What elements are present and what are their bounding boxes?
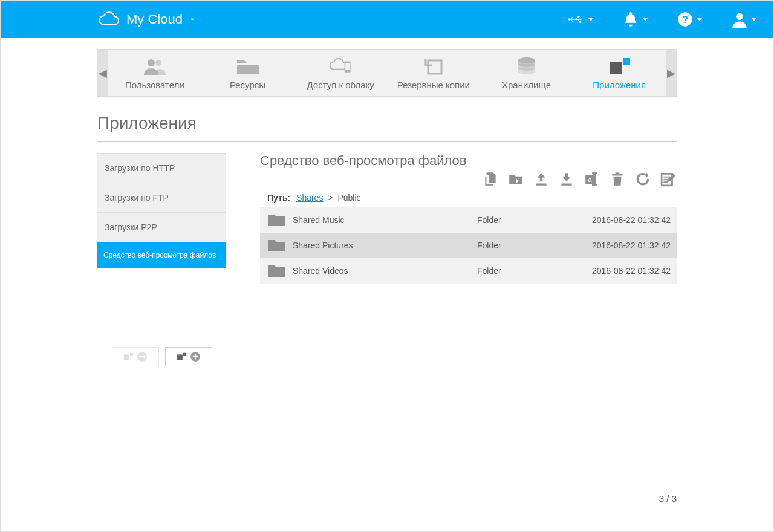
sidebar-item-label: Загрузки P2P xyxy=(105,222,157,232)
file-row[interactable]: Shared Videos Folder 2016-08-22 01:32:42 xyxy=(260,258,677,284)
cloud-device-icon xyxy=(328,57,353,75)
content: Загрузки по HTTP Загрузки по FTP Загрузк… xyxy=(97,153,677,366)
file-type: Folder xyxy=(477,215,574,225)
bell-icon xyxy=(622,11,639,28)
notifications-menu[interactable] xyxy=(622,11,648,28)
user-menu[interactable] xyxy=(731,11,756,28)
tab-resources[interactable]: Ресурсы xyxy=(201,50,294,96)
tab-backup[interactable]: Резервные копии xyxy=(387,50,480,96)
upload-icon xyxy=(533,171,550,187)
svg-rect-14 xyxy=(123,354,129,360)
sidebar-item-label: Загрузки по FTP xyxy=(105,193,169,203)
file-name: Shared Videos xyxy=(293,266,477,276)
svg-rect-13 xyxy=(623,58,630,65)
brand-text: My Cloud xyxy=(126,11,183,27)
svg-rect-26 xyxy=(592,184,597,186)
file-row[interactable]: Shared Music Folder 2016-08-22 01:32:42 xyxy=(260,207,677,233)
tab-storage[interactable]: Хранилище xyxy=(480,50,573,96)
chevron-down-icon xyxy=(643,18,648,21)
trademark-icon: ™ xyxy=(189,16,195,23)
svg-point-0 xyxy=(568,18,571,21)
apps-small-icon xyxy=(123,351,134,362)
svg-text:?: ? xyxy=(682,14,688,25)
chevron-down-icon xyxy=(752,18,756,21)
sidebar: Загрузки по HTTP Загрузки по FTP Загрузк… xyxy=(97,153,226,366)
edit-button[interactable] xyxy=(660,171,677,187)
user-icon xyxy=(731,11,748,28)
svg-text:a: a xyxy=(588,176,593,183)
download-button[interactable] xyxy=(558,171,575,187)
tab-cloud-access[interactable]: Доступ к облаку xyxy=(294,50,387,96)
add-app-button[interactable] xyxy=(165,347,212,366)
item-count: 3 / 3 xyxy=(1,493,677,504)
usb-menu[interactable] xyxy=(568,11,593,28)
download-icon xyxy=(558,171,575,187)
help-menu[interactable]: ? xyxy=(677,11,702,28)
svg-point-7 xyxy=(155,60,161,66)
delete-button[interactable] xyxy=(609,171,626,187)
path-root-link[interactable]: Shares xyxy=(296,193,323,203)
upload-button[interactable] xyxy=(533,171,550,187)
chevron-down-icon xyxy=(588,18,593,21)
storage-icon xyxy=(515,57,539,75)
tab-apps[interactable]: Приложения xyxy=(573,50,666,96)
rename-icon: a xyxy=(584,171,600,187)
edit-icon xyxy=(660,171,677,187)
file-row[interactable]: Shared Pictures Folder 2016-08-22 01:32:… xyxy=(260,233,677,258)
sidebar-item-label: Средство веб-просмотра файлов xyxy=(103,251,216,259)
tabs-prev[interactable]: ◀ xyxy=(97,49,108,97)
file-date: 2016-08-22 01:32:42 xyxy=(574,241,671,250)
svg-rect-25 xyxy=(592,172,597,174)
file-list: Shared Music Folder 2016-08-22 01:32:42 … xyxy=(260,207,677,284)
file-name: Shared Music xyxy=(293,215,477,225)
sidebar-item-file-viewer[interactable]: Средство веб-просмотра файлов xyxy=(97,242,226,268)
svg-rect-10 xyxy=(428,60,441,74)
svg-rect-18 xyxy=(177,354,182,360)
main-heading: Средство веб-просмотра файлов xyxy=(260,153,677,169)
svg-rect-24 xyxy=(593,172,596,186)
tab-users[interactable]: Пользователи xyxy=(108,50,201,96)
tab-label: Доступ к облаку xyxy=(307,80,374,90)
file-date: 2016-08-22 01:32:42 xyxy=(574,266,671,276)
tab-label: Хранилище xyxy=(502,80,551,90)
svg-rect-22 xyxy=(194,354,195,360)
svg-rect-12 xyxy=(610,62,622,74)
folder-icon xyxy=(267,238,285,253)
refresh-button[interactable] xyxy=(634,171,651,187)
tabs-next[interactable]: ▶ xyxy=(666,49,677,97)
sidebar-item-p2p[interactable]: Загрузки P2P xyxy=(97,213,226,242)
sidebar-item-ftp[interactable]: Загрузки по FTP xyxy=(97,183,226,213)
copy-icon xyxy=(482,171,499,187)
svg-rect-15 xyxy=(129,353,132,356)
trash-icon xyxy=(609,171,626,187)
file-name: Shared Pictures xyxy=(293,241,477,250)
apps-small-icon xyxy=(177,351,187,362)
remove-app-button xyxy=(112,347,159,366)
svg-rect-17 xyxy=(139,356,145,357)
plus-circle-icon xyxy=(190,351,201,362)
copy-button[interactable] xyxy=(482,171,499,187)
tab-label: Резервные копии xyxy=(397,80,470,90)
path-label: Путь: xyxy=(267,193,290,203)
svg-point-6 xyxy=(148,59,155,66)
folder-icon xyxy=(267,213,285,227)
breadcrumb: Путь: Shares > Public xyxy=(260,193,677,203)
folder-icon xyxy=(236,57,260,75)
tab-label: Ресурсы xyxy=(230,80,265,90)
apps-icon xyxy=(607,57,631,75)
users-icon xyxy=(143,57,167,75)
usb-icon xyxy=(568,11,585,28)
minus-circle-icon xyxy=(137,351,148,362)
path-current: Public xyxy=(337,193,360,203)
folder-icon xyxy=(267,264,285,278)
brand[interactable]: My Cloud™ xyxy=(97,11,195,27)
move-button[interactable] xyxy=(507,171,524,187)
rename-button[interactable]: a xyxy=(584,171,600,187)
tab-label: Приложения xyxy=(593,80,646,90)
chevron-down-icon xyxy=(697,18,702,21)
sidebar-item-http[interactable]: Загрузки по HTTP xyxy=(97,154,226,183)
nav-tabs: ◀ Пользователи Ресурсы Доступ к облаку Р… xyxy=(97,49,677,97)
backup-icon xyxy=(421,57,446,75)
cloud-icon xyxy=(97,11,120,27)
sidebar-item-label: Загрузки по HTTP xyxy=(105,163,175,173)
